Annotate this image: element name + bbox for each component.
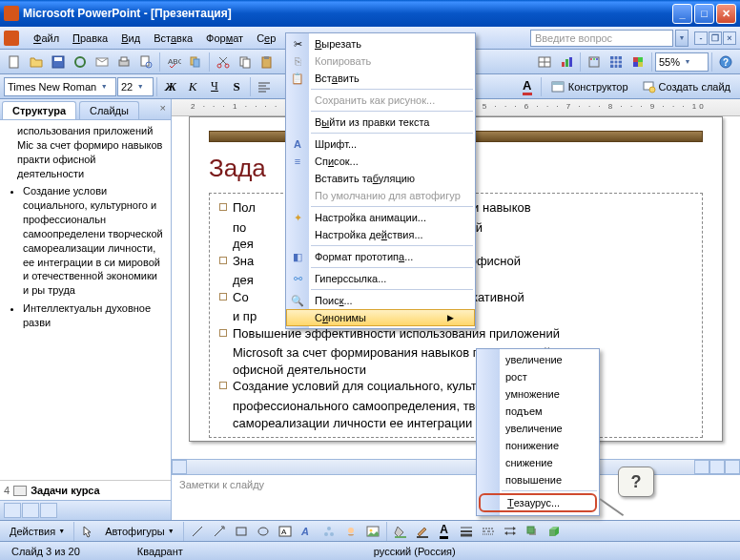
- scroll-right-button[interactable]: [694, 460, 709, 474]
- line-button[interactable]: [187, 521, 208, 542]
- picture-button[interactable]: [362, 521, 383, 542]
- italic-button[interactable]: К: [182, 76, 203, 97]
- arrow-style-button[interactable]: [500, 521, 521, 542]
- tabs-close-button[interactable]: ×: [155, 99, 171, 119]
- outline-item[interactable]: Создание услови социального, культурного…: [23, 184, 165, 298]
- align-left-button[interactable]: [254, 76, 275, 97]
- shadow-style-button[interactable]: [522, 521, 543, 542]
- thesaurus-item[interactable]: Тезаурус...: [479, 493, 597, 512]
- close-button[interactable]: ✕: [716, 4, 736, 24]
- tab-structure[interactable]: Структура: [2, 101, 76, 119]
- copy-button[interactable]: [235, 52, 256, 73]
- zoom-combo[interactable]: 55%▼: [655, 52, 709, 72]
- clipart-button[interactable]: [340, 521, 361, 542]
- ctx-save-as-picture[interactable]: Сохранить как рисунок...: [286, 92, 475, 109]
- save-button[interactable]: [48, 52, 69, 73]
- ctx-paste[interactable]: 📋Вставить: [286, 70, 475, 87]
- oval-button[interactable]: [253, 521, 274, 542]
- print-button[interactable]: [113, 52, 134, 73]
- synonym-item[interactable]: увеличение: [477, 420, 599, 437]
- outline-current-slide[interactable]: 4 Задачи курса: [0, 480, 171, 500]
- bold-button[interactable]: Ж: [160, 76, 181, 97]
- new-slide-button[interactable]: Создать слайд: [635, 76, 736, 97]
- ctx-font[interactable]: AШрифт...: [286, 135, 475, 153]
- slideshow-view-button[interactable]: [40, 503, 57, 518]
- chart-button[interactable]: [556, 52, 577, 73]
- help-button[interactable]: ?: [715, 52, 736, 73]
- ctx-format-prototype[interactable]: ◧Формат прототипа...: [286, 248, 475, 265]
- wordart-button[interactable]: A: [297, 521, 318, 542]
- help-search-dropdown[interactable]: ▼: [675, 30, 689, 47]
- outline-body[interactable]: использования приложений Mic за счет фор…: [0, 120, 171, 480]
- show-formatting-button[interactable]: [584, 52, 605, 73]
- ctx-insert-tab[interactable]: Вставить табуляцию: [286, 170, 475, 187]
- show-grid-button[interactable]: [606, 52, 627, 73]
- scroll-left-button[interactable]: [172, 460, 187, 474]
- tables-borders-button[interactable]: [534, 52, 555, 73]
- help-search-input[interactable]: Введите вопрос: [530, 30, 673, 47]
- textbox-button[interactable]: A: [275, 521, 296, 542]
- ctx-cut[interactable]: ✂Вырезать: [286, 35, 475, 52]
- select-objects-button[interactable]: [77, 521, 98, 542]
- font-color-draw-button[interactable]: A: [434, 521, 455, 542]
- mdi-minimize-button[interactable]: -: [694, 31, 708, 45]
- open-button[interactable]: [26, 52, 47, 73]
- synonym-item[interactable]: понижение: [477, 437, 599, 454]
- autoshapes-menu[interactable]: Автофигуры ▼: [99, 521, 180, 542]
- paste-button[interactable]: [257, 52, 278, 73]
- menu-view[interactable]: Вид: [114, 31, 147, 46]
- line-color-button[interactable]: [412, 521, 433, 542]
- menu-format[interactable]: Формат: [199, 31, 250, 46]
- designer-button[interactable]: Конструктор: [545, 76, 634, 97]
- underline-button[interactable]: Ч: [204, 76, 225, 97]
- notes-pane[interactable]: Заметки к слайду: [172, 474, 740, 520]
- ctx-hyperlink[interactable]: ⚯Гиперссылка...: [286, 270, 475, 287]
- synonym-item[interactable]: рост: [477, 368, 599, 385]
- synonym-item[interactable]: подъем: [477, 403, 599, 420]
- maximize-button[interactable]: □: [694, 4, 714, 24]
- tab-slides[interactable]: Слайды: [79, 101, 139, 119]
- print-preview-button[interactable]: [135, 52, 156, 73]
- mdi-restore-button[interactable]: ❐: [709, 31, 722, 45]
- prev-slide-button[interactable]: [709, 460, 725, 474]
- ctx-synonyms[interactable]: Синонимы▶: [286, 309, 475, 326]
- font-size-combo[interactable]: 22▼: [117, 77, 154, 96]
- 3d-style-button[interactable]: [544, 521, 565, 542]
- synonym-item[interactable]: повышение: [477, 471, 599, 488]
- synonym-item[interactable]: увеличение: [477, 351, 599, 368]
- ctx-exit-text-edit[interactable]: Выйти из правки текста: [286, 114, 475, 131]
- fill-color-button[interactable]: [390, 521, 411, 542]
- font-name-combo[interactable]: Times New Roman▼: [4, 77, 116, 96]
- email-button[interactable]: [92, 52, 113, 73]
- menu-file[interactable]: Файл: [27, 31, 66, 46]
- dash-style-button[interactable]: [478, 521, 499, 542]
- color-button[interactable]: [627, 52, 648, 73]
- diagram-button[interactable]: [319, 521, 339, 542]
- ctx-default-autoshape[interactable]: По умолчанию для автофигур: [286, 187, 475, 204]
- ctx-copy[interactable]: ⎘Копировать: [286, 52, 475, 70]
- outline-item[interactable]: Интеллектуальн духовное разви: [23, 301, 165, 330]
- cut-button[interactable]: [213, 52, 234, 73]
- menu-insert[interactable]: Вставка: [147, 31, 199, 46]
- ctx-action-setup[interactable]: Настройка действия...: [286, 226, 475, 243]
- mdi-close-button[interactable]: ×: [723, 31, 736, 45]
- synonym-item[interactable]: снижение: [477, 454, 599, 471]
- sorter-view-button[interactable]: [22, 503, 39, 518]
- rectangle-button[interactable]: [231, 521, 252, 542]
- menu-edit[interactable]: Правка: [66, 31, 114, 46]
- arrow-button[interactable]: [209, 521, 230, 542]
- horizontal-scrollbar[interactable]: [172, 459, 740, 474]
- next-slide-button[interactable]: [725, 460, 740, 474]
- permission-button[interactable]: [70, 52, 91, 73]
- ctx-animation-setup[interactable]: ✦Настройка анимации...: [286, 209, 475, 226]
- actions-menu[interactable]: Действия ▼: [4, 521, 71, 542]
- research-button[interactable]: [185, 52, 206, 73]
- ctx-search[interactable]: 🔍Поиск...: [286, 292, 475, 309]
- line-style-button[interactable]: [456, 521, 477, 542]
- normal-view-button[interactable]: [4, 503, 21, 518]
- menu-service[interactable]: Сер: [250, 31, 282, 46]
- new-button[interactable]: [4, 52, 25, 73]
- shadow-button[interactable]: S: [226, 76, 247, 97]
- spellcheck-button[interactable]: ABC: [163, 52, 184, 73]
- font-color-button[interactable]: A: [517, 76, 538, 97]
